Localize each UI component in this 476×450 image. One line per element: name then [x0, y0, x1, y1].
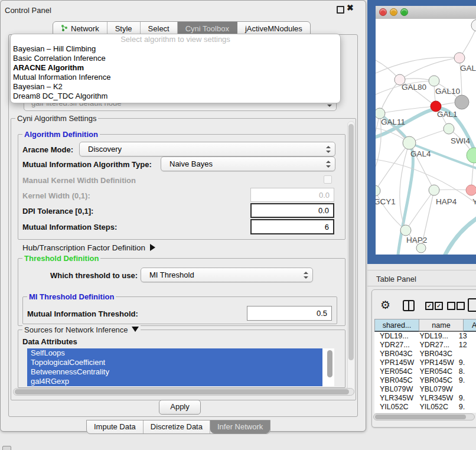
table-cell: YBR045C [374, 376, 415, 385]
table-row[interactable]: YDL19...YDL19...13 [374, 332, 476, 341]
algorithm-definition-title: Algorithm Definition [22, 130, 100, 139]
table-panel-title: Table Panel [376, 275, 416, 283]
table-row[interactable]: YDR27...YDR27...12 [374, 341, 476, 350]
table-cell: YLR345W [415, 394, 454, 403]
which-threshold-combo[interactable]: MI Threshold [141, 268, 313, 282]
network-node[interactable] [416, 243, 426, 253]
mi-threshold-field[interactable] [247, 306, 332, 321]
network-edge [400, 58, 459, 80]
network-node[interactable] [429, 185, 439, 195]
minimize-traffic-light[interactable] [390, 8, 397, 16]
network-node-label: GCY1 [376, 197, 396, 206]
network-node[interactable] [471, 19, 476, 31]
float-window-icon[interactable] [337, 6, 344, 14]
unchecked-checkbox-icon[interactable] [457, 302, 465, 310]
network-node[interactable] [455, 95, 469, 109]
network-node[interactable] [467, 148, 476, 163]
mi-type-combo[interactable]: Naive Bayes [161, 156, 335, 171]
network-node[interactable] [400, 225, 411, 236]
kernel-width-field[interactable] [250, 188, 334, 202]
table-cell: YBL079W [415, 385, 454, 394]
network-edge [376, 159, 476, 203]
combo-stepper-icon [303, 272, 308, 279]
checked-checkbox-icon[interactable]: ✓ [435, 302, 443, 310]
unchecked-checkbox-icon[interactable] [447, 302, 455, 310]
close-icon[interactable]: ✖ [347, 3, 354, 12]
data-attribute-item[interactable]: SelfLoops [27, 348, 322, 358]
mi-steps-field[interactable] [250, 219, 334, 234]
network-node[interactable] [376, 185, 380, 196]
table-cell: 13 [455, 332, 476, 341]
table-row[interactable]: YBR043CYBR043C [374, 350, 476, 358]
algorithm-option[interactable]: Bayesian – K2 [11, 82, 340, 92]
which-threshold-label: Which threshold to use: [50, 271, 138, 280]
settings-horizontal-scrollbar[interactable] [13, 388, 354, 396]
data-attribute-item[interactable]: TopologicalCoefficient [27, 358, 322, 367]
data-attribute-item[interactable]: gal4RGexp [27, 377, 322, 386]
network-node[interactable] [444, 123, 454, 134]
data-attributes-list: SelfLoopsTopologicalCoefficientBetweenne… [27, 348, 334, 386]
algorithm-option[interactable]: ARACNE Algorithm [11, 63, 340, 73]
data-attribute-item[interactable]: BetweennessCentrality [27, 367, 322, 377]
network-icon [61, 24, 68, 33]
network-node-label: Y [472, 197, 476, 206]
table-header: shared...nameA [374, 319, 476, 332]
zoom-traffic-light[interactable] [400, 8, 408, 16]
settings-vertical-scrollbar[interactable] [347, 121, 355, 395]
table-row[interactable]: YER054CYER054C8. [374, 367, 476, 376]
table-cell [455, 385, 476, 394]
algorithm-option[interactable]: Basic Correlation Inference [11, 54, 340, 63]
table-column-header[interactable]: A [464, 319, 476, 332]
algorithm-option[interactable]: Mutual Information Inference [11, 73, 340, 82]
network-edge [445, 217, 476, 255]
network-node-label: GAL80 [402, 83, 426, 92]
attributes-scrollbar[interactable] [327, 350, 332, 377]
apply-button[interactable]: Apply [159, 400, 201, 415]
tab-discretize-data[interactable]: Discretize Data [144, 420, 210, 433]
table-cell: YDL19... [415, 332, 454, 341]
table-column-header[interactable]: name [419, 319, 464, 332]
network-node[interactable] [429, 76, 439, 86]
table-horizontal-scrollbar[interactable] [373, 413, 475, 420]
table-row[interactable]: YBR045CYBR045C9. [374, 376, 476, 385]
minimized-panel-icon[interactable] [2, 446, 11, 450]
algorithm-option[interactable]: Dream8 DC_TDC Algorithm [11, 92, 340, 101]
table-function-icon[interactable] [468, 298, 476, 312]
network-node[interactable] [454, 53, 465, 63]
table-cell [455, 350, 476, 358]
aracne-mode-combo[interactable]: Discovery [79, 142, 335, 156]
network-node[interactable] [403, 136, 416, 149]
algorithm-option[interactable]: Bayesian – Hill Climbing [11, 44, 340, 54]
table-row[interactable]: YBL079WYBL079W [374, 385, 476, 394]
checked-checkbox-icon[interactable]: ✓ [425, 302, 433, 310]
table-cell: 12 [455, 341, 476, 350]
sources-group-title: Sources for Network Inference [24, 325, 128, 334]
sources-group-toggle[interactable]: Sources for Network Inference [22, 325, 141, 334]
network-node[interactable] [466, 185, 476, 195]
dpi-tolerance-field[interactable] [250, 203, 334, 218]
table-column-header[interactable]: shared... [374, 319, 419, 332]
collapsed-arrow-icon [150, 244, 155, 251]
gear-icon[interactable]: ⚙ [380, 298, 390, 312]
network-node-label: GAL10 [435, 87, 460, 96]
close-traffic-light[interactable] [379, 8, 387, 16]
table-row[interactable]: YLR345WYLR345W9. [374, 394, 476, 403]
table-cell: YDL19... [374, 332, 415, 341]
network-node-label: GAL1 [437, 110, 458, 119]
table-row[interactable]: YPR145WYPR145W9. [374, 358, 476, 367]
algorithm-options: Bayesian – Hill ClimbingBasic Correlatio… [11, 44, 340, 101]
cyni-bottom-tab-bar: Impute Data Discretize Data Infer Networ… [86, 420, 270, 434]
tab-network-label: Network [71, 24, 99, 33]
network-view-canvas[interactable]: GALGAL80GAL10GAL1GAL11SWI4GAL4GCY1HAP4YH… [376, 19, 476, 255]
table-row[interactable]: YIL052CYIL052C9. [374, 403, 476, 412]
hub-section-toggle[interactable]: Hub/Transcription Factor Definition [22, 243, 155, 252]
network-window-titlebar[interactable] [376, 6, 476, 19]
column-selector-icon[interactable] [403, 300, 415, 311]
network-edge [380, 80, 400, 113]
tab-impute-data[interactable]: Impute Data [87, 420, 144, 433]
table-cell: YDR27... [374, 341, 415, 350]
control-panel-title: Control Panel [5, 6, 51, 15]
manual-kernel-checkbox[interactable] [324, 175, 332, 184]
tab-infer-network[interactable]: Infer Network [210, 420, 270, 433]
dpi-tolerance-label: DPI Tolerance [0,1]: [22, 207, 93, 216]
